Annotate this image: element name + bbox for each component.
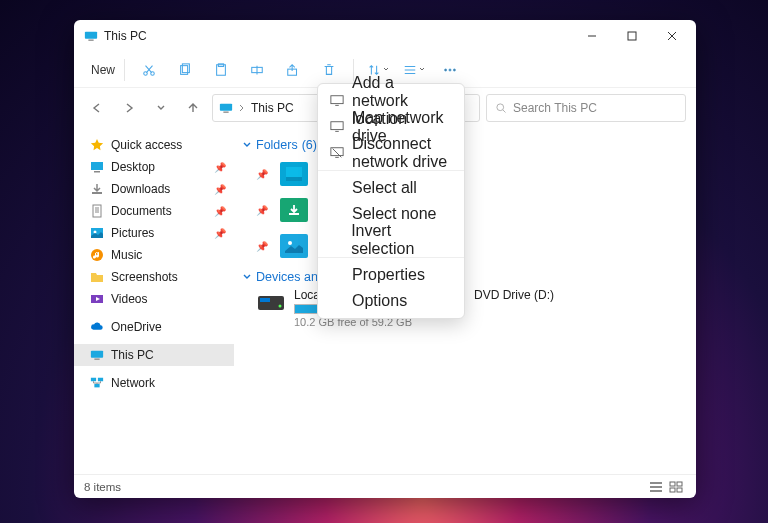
copy-icon <box>178 63 192 77</box>
nav-label: Network <box>111 376 155 390</box>
svg-rect-20 <box>94 171 100 173</box>
nav-onedrive[interactable]: OneDrive <box>74 316 234 338</box>
nav-item-music[interactable]: Music <box>74 244 234 266</box>
disk-icon <box>256 288 286 328</box>
svg-rect-31 <box>94 384 99 388</box>
pictures-icon <box>90 226 104 240</box>
nav-quick-access[interactable]: Quick access <box>74 134 234 156</box>
svg-point-38 <box>279 305 282 308</box>
pin-icon: 📌 <box>214 228 226 239</box>
svg-rect-1 <box>88 40 93 41</box>
maximize-button[interactable] <box>612 22 652 50</box>
share-button[interactable] <box>277 56 309 84</box>
star-icon <box>90 138 104 152</box>
nav-label: Quick access <box>111 138 182 152</box>
nav-network[interactable]: Network <box>74 372 234 394</box>
new-label: New <box>91 63 115 77</box>
search-box[interactable]: Search This PC <box>486 94 686 122</box>
clipboard-icon <box>214 63 228 77</box>
thumbnails-view-button[interactable] <box>666 479 686 495</box>
folder-list: 📌 Desktop 📌 Downloads 📌 Pictures <box>242 156 688 264</box>
svg-rect-46 <box>677 488 682 492</box>
nav-item-pictures[interactable]: Pictures📌 <box>74 222 234 244</box>
pin-icon: 📌 <box>256 241 268 252</box>
pin-icon: 📌 <box>256 205 268 216</box>
trash-icon <box>322 63 336 77</box>
svg-point-13 <box>445 68 447 70</box>
menu-invert-selection[interactable]: Invert selection <box>318 227 464 253</box>
search-placeholder: Search This PC <box>513 101 597 115</box>
desktop-folder-icon <box>280 162 308 186</box>
section-folders-header[interactable]: Folders (6) <box>242 138 688 152</box>
nav-item-screenshots[interactable]: Screenshots <box>74 266 234 288</box>
scissors-icon <box>142 63 156 77</box>
menu-properties[interactable]: Properties <box>318 262 464 288</box>
close-button[interactable] <box>652 22 692 50</box>
menu-options[interactable]: Options <box>318 288 464 314</box>
nav-label: OneDrive <box>111 320 162 334</box>
nav-thispc[interactable]: This PC <box>74 344 234 366</box>
menu-select-all[interactable]: Select all <box>318 175 464 201</box>
navigation-pane[interactable]: Quick access Desktop📌 Downloads📌 Documen… <box>74 128 234 474</box>
menu-label: Properties <box>352 266 425 284</box>
new-button[interactable]: New <box>84 56 116 84</box>
music-icon <box>90 248 104 262</box>
svg-rect-19 <box>91 162 103 170</box>
nav-item-documents[interactable]: Documents📌 <box>74 200 234 222</box>
menu-label: Disconnect network drive <box>352 135 452 171</box>
delete-button[interactable] <box>313 56 345 84</box>
video-icon <box>90 292 104 306</box>
svg-rect-37 <box>260 298 270 302</box>
nav-label: Pictures <box>111 226 154 240</box>
chevron-down-icon <box>383 67 389 73</box>
pictures-folder-icon <box>280 234 308 258</box>
breadcrumb-segment[interactable]: This PC <box>251 101 294 115</box>
svg-rect-30 <box>98 378 103 382</box>
nav-item-desktop[interactable]: Desktop📌 <box>74 156 234 178</box>
back-button[interactable] <box>84 95 110 121</box>
forward-button[interactable] <box>116 95 142 121</box>
recent-button[interactable] <box>148 95 174 121</box>
svg-rect-44 <box>677 482 682 486</box>
titlebar[interactable]: This PC <box>74 20 696 52</box>
svg-point-35 <box>288 241 292 245</box>
pin-icon: 📌 <box>214 206 226 217</box>
svg-rect-33 <box>286 177 302 181</box>
nav-label: Music <box>111 248 142 262</box>
nav-label: Desktop <box>111 160 155 174</box>
copy-button[interactable] <box>169 56 201 84</box>
nav-item-videos[interactable]: Videos <box>74 288 234 310</box>
window-title: This PC <box>104 29 147 43</box>
menu-label: Select none <box>352 205 437 223</box>
list-icon <box>649 481 663 493</box>
nav-item-downloads[interactable]: Downloads📌 <box>74 178 234 200</box>
downloads-folder-icon <box>280 198 308 222</box>
svg-rect-16 <box>220 104 232 111</box>
drive-list: Local Disk (C:) 10.2 GB free of 59.2 GB … <box>242 288 688 328</box>
monitor-plus-icon <box>330 94 344 108</box>
drive-label: DVD Drive (D:) <box>474 288 554 302</box>
drive-disconnect-icon <box>330 146 344 160</box>
svg-rect-21 <box>92 192 102 194</box>
status-bar: 8 items <box>74 474 696 498</box>
up-button[interactable] <box>180 95 206 121</box>
cut-button[interactable] <box>133 56 165 84</box>
paste-button[interactable] <box>205 56 237 84</box>
svg-point-14 <box>449 68 451 70</box>
minimize-button[interactable] <box>572 22 612 50</box>
chevron-down-icon <box>157 104 165 112</box>
rename-button[interactable] <box>241 56 273 84</box>
content-pane[interactable]: Folders (6) 📌 Desktop 📌 Downloads 📌 P <box>234 128 696 474</box>
arrow-up-icon <box>186 101 200 115</box>
section-drives-header[interactable]: Devices and drives (2) <box>242 270 688 284</box>
menu-label: Options <box>352 292 407 310</box>
svg-rect-28 <box>94 359 99 360</box>
separator <box>124 59 125 81</box>
nav-label: This PC <box>111 348 154 362</box>
folder-icon <box>90 270 104 284</box>
menu-disconnect-drive[interactable]: Disconnect network drive <box>318 140 464 166</box>
menu-label: Select all <box>352 179 417 197</box>
svg-point-15 <box>453 68 455 70</box>
pin-icon: 📌 <box>256 169 268 180</box>
details-view-button[interactable] <box>646 479 666 495</box>
